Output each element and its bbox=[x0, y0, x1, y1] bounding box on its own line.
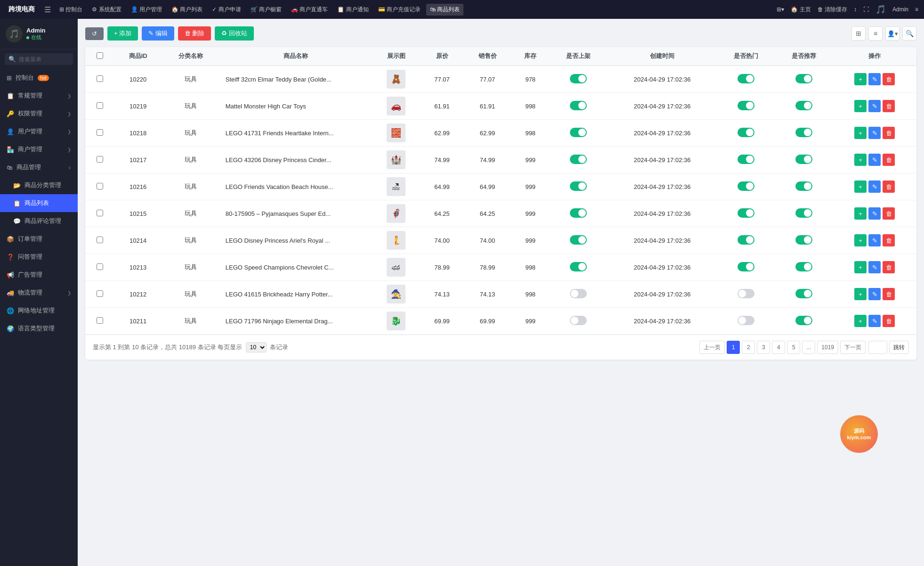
nav-product-list[interactable]: 🛍 商品列表 bbox=[426, 4, 463, 16]
page-jump-button[interactable]: 跳转 bbox=[889, 341, 909, 354]
row-checkbox[interactable] bbox=[97, 317, 103, 324]
row-checkbox[interactable] bbox=[97, 75, 103, 82]
list-view-button[interactable]: ≡ bbox=[868, 26, 883, 41]
row-is-hot-cell[interactable] bbox=[717, 93, 775, 120]
nav-more[interactable]: ≡ bbox=[913, 6, 920, 13]
row-delete-button[interactable]: 🗑 bbox=[883, 288, 895, 300]
row-edit-button[interactable]: ✎ bbox=[868, 207, 881, 220]
is-hot-toggle[interactable] bbox=[738, 208, 754, 218]
row-edit-button[interactable]: ✎ bbox=[868, 154, 881, 166]
row-checkbox[interactable] bbox=[97, 290, 103, 297]
row-on-shelf-cell[interactable] bbox=[550, 147, 608, 173]
page-1-button[interactable]: 1 bbox=[727, 341, 740, 354]
on-shelf-toggle[interactable] bbox=[570, 262, 587, 271]
is-recommend-toggle[interactable] bbox=[795, 128, 812, 137]
row-is-recommend-cell[interactable] bbox=[775, 308, 833, 335]
row-edit-button[interactable]: ✎ bbox=[868, 100, 881, 112]
nav-arrows[interactable]: ↕ bbox=[852, 6, 859, 13]
row-checkbox[interactable] bbox=[97, 156, 103, 163]
row-is-hot-cell[interactable] bbox=[717, 281, 775, 308]
row-checkbox-cell[interactable] bbox=[85, 200, 114, 227]
select-all-checkbox[interactable] bbox=[97, 52, 103, 59]
row-is-hot-cell[interactable] bbox=[717, 227, 775, 254]
row-checkbox[interactable] bbox=[97, 263, 103, 270]
row-add-button[interactable]: + bbox=[854, 154, 867, 166]
sidebar-item-network[interactable]: 🌐 网络地址管理 bbox=[0, 302, 78, 320]
page-5-button[interactable]: 5 bbox=[787, 341, 800, 354]
row-checkbox-cell[interactable] bbox=[85, 120, 114, 147]
row-delete-button[interactable]: 🗑 bbox=[883, 207, 895, 220]
nav-grid-icon[interactable]: ⊞▾ bbox=[775, 6, 786, 13]
col-checkbox[interactable] bbox=[85, 47, 114, 66]
nav-recharge-record[interactable]: 💳 商户充值记录 bbox=[374, 4, 424, 16]
sidebar-item-permissions[interactable]: 🔑 权限管理 ❯ bbox=[0, 105, 78, 123]
sidebar-item-logistics[interactable]: 🚚 物流管理 ❯ bbox=[0, 284, 78, 302]
refresh-button[interactable]: ↺ bbox=[85, 27, 104, 40]
sidebar-item-orders[interactable]: 📦 订单管理 bbox=[0, 230, 78, 248]
row-checkbox-cell[interactable] bbox=[85, 147, 114, 173]
row-edit-button[interactable]: ✎ bbox=[868, 234, 881, 246]
row-checkbox-cell[interactable] bbox=[85, 227, 114, 254]
nav-fullscreen[interactable]: ⛶ bbox=[861, 6, 871, 13]
row-delete-button[interactable]: 🗑 bbox=[883, 234, 895, 246]
sidebar-item-product-category[interactable]: 📂 商品分类管理 bbox=[0, 176, 78, 194]
row-is-recommend-cell[interactable] bbox=[775, 281, 833, 308]
recycle-button[interactable]: ♻ 回收站 bbox=[215, 26, 254, 41]
is-hot-toggle[interactable] bbox=[738, 101, 754, 110]
is-recommend-toggle[interactable] bbox=[795, 74, 812, 83]
row-is-hot-cell[interactable] bbox=[717, 147, 775, 173]
row-is-recommend-cell[interactable] bbox=[775, 120, 833, 147]
is-recommend-toggle[interactable] bbox=[795, 235, 812, 245]
row-is-hot-cell[interactable] bbox=[717, 66, 775, 93]
is-recommend-toggle[interactable] bbox=[795, 289, 812, 298]
grid-view-button[interactable]: ⊞ bbox=[851, 26, 866, 41]
sidebar-item-language[interactable]: 🌍 语言类型管理 bbox=[0, 320, 78, 337]
search-input[interactable] bbox=[19, 56, 69, 63]
page-size-select[interactable]: 10 20 50 bbox=[246, 342, 267, 353]
row-is-recommend-cell[interactable] bbox=[775, 254, 833, 281]
row-add-button[interactable]: + bbox=[854, 261, 867, 273]
search-toggle-button[interactable]: 🔍 bbox=[902, 26, 916, 41]
page-jump-input[interactable] bbox=[868, 341, 887, 354]
sidebar-item-ads[interactable]: 📢 广告管理 bbox=[0, 266, 78, 284]
row-delete-button[interactable]: 🗑 bbox=[883, 154, 895, 166]
sidebar-item-qa[interactable]: ❓ 问答管理 bbox=[0, 248, 78, 266]
row-add-button[interactable]: + bbox=[854, 288, 867, 300]
row-delete-button[interactable]: 🗑 bbox=[883, 73, 895, 85]
row-checkbox-cell[interactable] bbox=[85, 173, 114, 200]
row-checkbox[interactable] bbox=[97, 237, 103, 243]
row-is-recommend-cell[interactable] bbox=[775, 93, 833, 120]
sidebar-item-merchant[interactable]: 🏪 商户管理 ❯ bbox=[0, 140, 78, 158]
is-hot-toggle[interactable] bbox=[738, 316, 754, 325]
row-delete-button[interactable]: 🗑 bbox=[883, 180, 895, 193]
nav-merchant-notice[interactable]: 📋 商户通知 bbox=[333, 4, 372, 16]
row-is-hot-cell[interactable] bbox=[717, 120, 775, 147]
next-page-button[interactable]: 下一页 bbox=[840, 341, 866, 354]
row-on-shelf-cell[interactable] bbox=[550, 308, 608, 335]
sidebar-item-product-list[interactable]: 📋 商品列表 bbox=[0, 194, 78, 212]
is-hot-toggle[interactable] bbox=[738, 262, 754, 271]
is-recommend-toggle[interactable] bbox=[795, 101, 812, 110]
is-hot-toggle[interactable] bbox=[738, 235, 754, 245]
row-edit-button[interactable]: ✎ bbox=[868, 288, 881, 300]
sidebar-item-general[interactable]: 📋 常规管理 ❯ bbox=[0, 87, 78, 105]
row-on-shelf-cell[interactable] bbox=[550, 93, 608, 120]
row-delete-button[interactable]: 🗑 bbox=[883, 261, 895, 273]
row-checkbox[interactable] bbox=[97, 129, 103, 136]
on-shelf-toggle[interactable] bbox=[570, 181, 587, 191]
nav-merchant-list[interactable]: 🏠 商户列表 bbox=[168, 4, 206, 16]
row-add-button[interactable]: + bbox=[854, 100, 867, 112]
row-on-shelf-cell[interactable] bbox=[550, 227, 608, 254]
on-shelf-toggle[interactable] bbox=[570, 101, 587, 110]
on-shelf-toggle[interactable] bbox=[570, 128, 587, 137]
row-is-recommend-cell[interactable] bbox=[775, 200, 833, 227]
on-shelf-toggle[interactable] bbox=[570, 235, 587, 245]
row-on-shelf-cell[interactable] bbox=[550, 200, 608, 227]
row-delete-button[interactable]: 🗑 bbox=[883, 100, 895, 112]
is-recommend-toggle[interactable] bbox=[795, 262, 812, 271]
prev-page-button[interactable]: 上一页 bbox=[699, 341, 725, 354]
page-3-button[interactable]: 3 bbox=[757, 341, 770, 354]
is-hot-toggle[interactable] bbox=[738, 289, 754, 298]
nav-user-mgmt[interactable]: 👤 用户管理 bbox=[127, 4, 166, 16]
row-is-hot-cell[interactable] bbox=[717, 200, 775, 227]
